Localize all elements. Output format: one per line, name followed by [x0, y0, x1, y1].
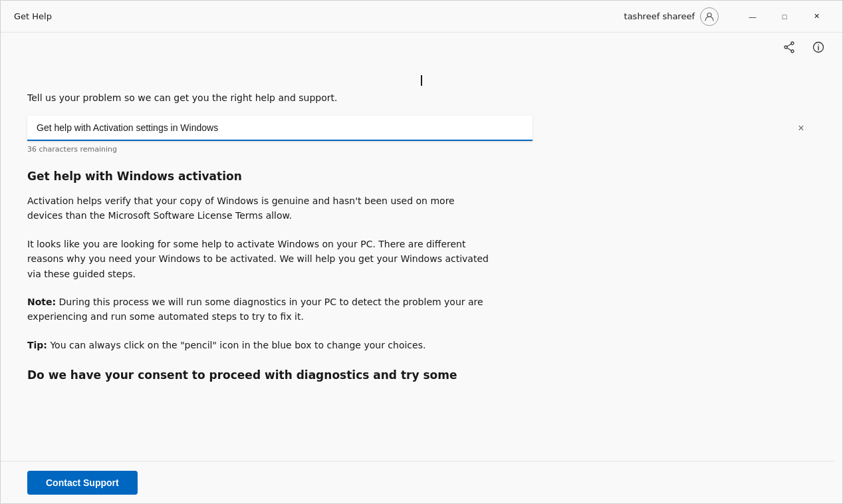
svg-line-5: [787, 48, 791, 51]
main-content: Tell us your problem so we can get you t…: [1, 62, 842, 503]
consent-title: Do we have your consent to proceed with …: [27, 368, 493, 382]
search-box-container: ×: [27, 116, 816, 141]
toolbar: [1, 33, 842, 62]
paragraph2: It looks like you are looking for some h…: [27, 237, 493, 281]
prompt-text: Tell us your problem so we can get you t…: [27, 91, 816, 105]
tip-content: You can always click on the "pencil" ico…: [50, 340, 425, 350]
user-area[interactable]: tashreef shareef: [624, 7, 719, 26]
section-title: Get help with Windows activation: [27, 170, 816, 183]
title-bar: Get Help tashreef shareef — □ ✕: [1, 1, 842, 33]
info-button[interactable]: [808, 37, 829, 58]
svg-point-2: [791, 50, 794, 53]
app-window: Get Help tashreef shareef — □ ✕: [0, 0, 843, 504]
svg-point-1: [791, 42, 794, 45]
contact-support-button[interactable]: Contact Support: [27, 471, 138, 495]
minimize-button[interactable]: —: [737, 6, 768, 27]
share-button[interactable]: [779, 37, 800, 58]
char-count: 36 characters remaining: [27, 145, 816, 154]
svg-point-8: [818, 45, 819, 46]
paragraph1: Activation helps verify that your copy o…: [27, 193, 493, 223]
share-icon: [783, 41, 795, 53]
window-controls: — □ ✕: [737, 6, 832, 27]
note-text: Note: During this process we will run so…: [27, 295, 493, 324]
bottom-bar: Contact Support: [1, 461, 834, 503]
user-icon[interactable]: [700, 7, 719, 26]
content-area[interactable]: Tell us your problem so we can get you t…: [1, 62, 842, 503]
info-icon: [812, 41, 824, 53]
tip-text: Tip: You can always click on the "pencil…: [27, 338, 493, 352]
user-avatar-icon: [704, 11, 715, 22]
title-bar-right: tashreef shareef — □ ✕: [624, 6, 832, 27]
user-name: tashreef shareef: [624, 11, 695, 21]
maximize-button[interactable]: □: [769, 6, 800, 27]
close-button[interactable]: ✕: [801, 6, 832, 27]
title-bar-left: Get Help: [14, 11, 52, 21]
note-label: Note:: [27, 297, 56, 307]
tip-label: Tip:: [27, 340, 47, 350]
svg-line-4: [787, 44, 791, 47]
search-clear-button[interactable]: ×: [793, 120, 809, 136]
svg-point-3: [784, 46, 787, 49]
search-input[interactable]: [27, 116, 533, 141]
note-content: During this process we will run some dia…: [27, 297, 483, 322]
cursor-indicator: [421, 75, 422, 86]
app-title: Get Help: [14, 11, 52, 21]
